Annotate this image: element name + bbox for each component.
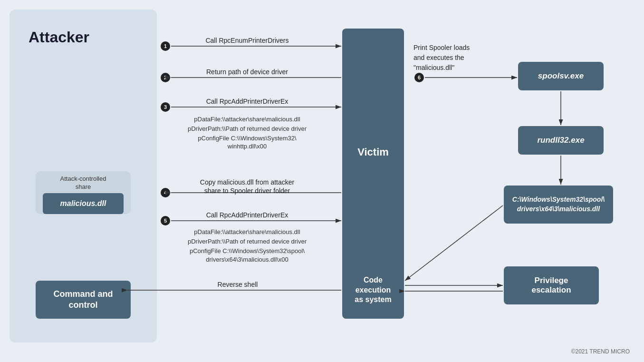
privilege-text: Privilegeescalation bbox=[531, 276, 571, 295]
svg-text:pDriverPath:\\Path of returned: pDriverPath:\\Path of returned device dr… bbox=[188, 238, 307, 245]
svg-line-38 bbox=[405, 205, 503, 281]
spoolsv-box: spoolsv.exe bbox=[518, 62, 604, 90]
svg-text:3: 3 bbox=[164, 104, 167, 110]
svg-text:share to Spooler driver folder: share to Spooler driver folder bbox=[204, 187, 290, 195]
print-spooler-text: Print Spooler loadsand executes the"mali… bbox=[413, 43, 504, 73]
malicious-dll-text: malicious.dll bbox=[60, 199, 106, 208]
code-execution-text: Codeexecutionas system bbox=[355, 275, 391, 305]
svg-text:drivers\x64\3\malicious.dll\x0: drivers\x64\3\malicious.dll\x00 bbox=[206, 256, 288, 263]
spool-path-text: C:\Windows\System32\spool\drivers\x64\3\… bbox=[512, 195, 605, 214]
command-control-box: Command andcontrol bbox=[36, 281, 131, 319]
svg-text:1: 1 bbox=[164, 43, 167, 49]
svg-point-6 bbox=[161, 73, 170, 82]
svg-point-10 bbox=[161, 102, 170, 112]
svg-text:pDataFile:\\attacker\share\mal: pDataFile:\\attacker\share\malicious.dll bbox=[194, 228, 300, 235]
victim-box: Victim bbox=[342, 29, 404, 276]
svg-text:5: 5 bbox=[164, 218, 167, 224]
svg-text:pDataFile:\\attacker\share\mal: pDataFile:\\attacker\share\malicious.dll bbox=[194, 116, 300, 123]
rundll-text: rundll32.exe bbox=[537, 136, 584, 145]
attack-share-box: Attack-controlledshare malicious.dll bbox=[36, 171, 131, 214]
malicious-dll-box: malicious.dll bbox=[43, 193, 124, 214]
attack-share-label: Attack-controlledshare bbox=[60, 175, 106, 191]
spool-path-box: C:\Windows\System32\spool\drivers\x64\3\… bbox=[504, 186, 613, 224]
svg-text:6: 6 bbox=[418, 75, 421, 80]
svg-text:Call RpcEnumPrinterDrivers: Call RpcEnumPrinterDrivers bbox=[205, 37, 288, 44]
svg-text:Return path of device driver: Return path of device driver bbox=[206, 68, 288, 76]
svg-text:2: 2 bbox=[164, 75, 167, 80]
svg-point-33 bbox=[414, 73, 424, 82]
svg-point-2 bbox=[161, 41, 170, 51]
copyright: ©2021 TREND MICRO bbox=[571, 348, 630, 355]
svg-text:Call RpcAddPrinterDriverEx: Call RpcAddPrinterDriverEx bbox=[206, 98, 288, 105]
svg-text:Copy malicious.dll from attack: Copy malicious.dll from attacker bbox=[200, 178, 295, 186]
svg-text:Reverse shell: Reverse shell bbox=[218, 281, 258, 288]
diagram-container: Attacker Attack-controlledshare maliciou… bbox=[0, 0, 644, 362]
svg-text:4: 4 bbox=[164, 190, 167, 196]
victim-label: Victim bbox=[357, 146, 389, 158]
rundll-box: rundll32.exe bbox=[518, 126, 604, 155]
svg-point-23 bbox=[161, 216, 170, 225]
spoolsv-text: spoolsv.exe bbox=[538, 71, 584, 81]
privilege-box: Privilegeescalation bbox=[504, 266, 599, 304]
svg-text:pConfigFile C:\\Windows\System: pConfigFile C:\\Windows\System32\spool\ bbox=[190, 247, 305, 254]
svg-text:Call RpcAddPrinterDriverEx: Call RpcAddPrinterDriverEx bbox=[206, 211, 288, 219]
svg-text:pConfigFile C:\\Windows\System: pConfigFile C:\\Windows\System32\ bbox=[198, 135, 297, 142]
command-control-text: Command andcontrol bbox=[53, 289, 113, 311]
code-execution-box: Codeexecutionas system bbox=[342, 262, 404, 319]
svg-text:pDriverPath:\\Path of returned: pDriverPath:\\Path of returned device dr… bbox=[188, 125, 307, 132]
svg-point-18 bbox=[161, 188, 170, 197]
svg-text:winhttp.dll\x00: winhttp.dll\x00 bbox=[227, 143, 267, 150]
attacker-box: Attacker Attack-controlledshare maliciou… bbox=[10, 10, 157, 342]
attacker-title: Attacker bbox=[29, 29, 89, 46]
